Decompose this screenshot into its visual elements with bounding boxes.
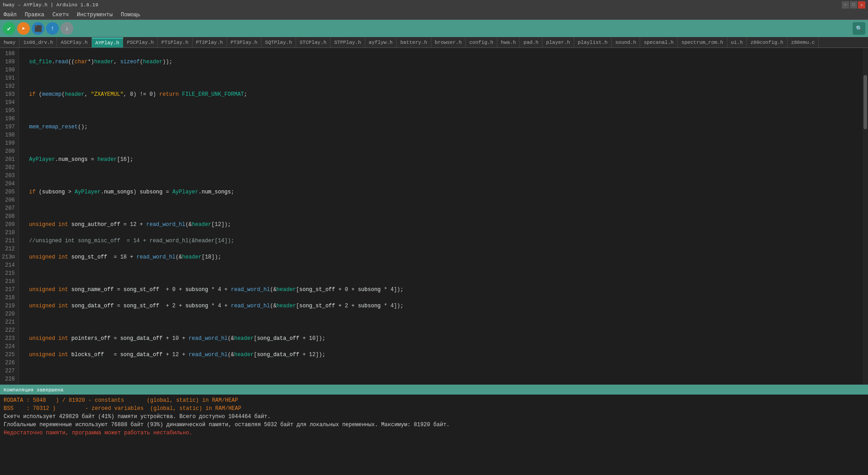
close-button[interactable]: ✕ [858,1,865,9]
toolbar-right: 🔍 [853,22,865,35]
menu-bar: Файл Правка Скетч Инструменты Помощь [0,10,868,20]
tab-ayflyw[interactable]: ayflyw.h [365,38,397,47]
tab-pt2play[interactable]: PT2Play.h [193,38,227,47]
menu-edit[interactable]: Правка [23,11,46,19]
menu-tools[interactable]: Инструменты [75,11,114,19]
code-content[interactable]: sd_file.read((char*)header, sizeof(heade… [19,48,863,385]
tab-browser[interactable]: browser.h [431,38,466,47]
tab-hway[interactable]: hway [0,38,19,47]
tab-pad[interactable]: pad.h [520,38,542,47]
verify-button[interactable]: ✔ [3,22,15,35]
tab-1s06[interactable]: 1s06_drv.h [19,38,57,47]
debug-button[interactable]: ⬛ [32,22,44,35]
tab-ascplay[interactable]: ASCPlay.h [57,38,91,47]
window-controls: — □ ✕ [842,1,865,9]
tab-sqtplay[interactable]: SQTPlay.h [261,38,296,47]
editor-scrollbar-thumb[interactable] [863,75,867,129]
line-numbers: 188 189 190 191 192 193 194 195 196 197 … [0,48,19,385]
toolbar-left: ✔ ➤ ⬛ ↑ ↓ [3,22,73,35]
compilation-status: Компиляция завершена [4,387,63,393]
tab-spectrum-rom[interactable]: spectrum_rom.h [678,38,727,47]
tab-pscplay[interactable]: PSCPlay.h [123,38,158,47]
window-title: hway - AYPlay.h | Arduino 1.8.19 [3,2,842,8]
search-button[interactable]: 🔍 [853,22,865,35]
tab-stcplay[interactable]: STCPlay.h [296,38,330,47]
tab-ayplay[interactable]: AYPlay.h [92,38,123,47]
tab-playlist[interactable]: playlist.h [574,38,612,47]
tab-sound[interactable]: sound.h [612,38,640,47]
tab-specanal[interactable]: specanal.h [640,38,678,47]
bottom-panel: Компиляция завершена RODATA : 5048 ) / 8… [0,385,868,475]
console-line-5: Недостаточно памяти, программа может раб… [4,429,864,437]
tab-config[interactable]: config.h [466,38,497,47]
tab-hwa[interactable]: hwa.h [497,38,520,47]
tab-stpplay[interactable]: STPPlay.h [330,38,365,47]
menu-help[interactable]: Помощь [119,11,142,19]
new-button[interactable]: ↑ [46,22,59,35]
tab-bar: hway 1s06_drv.h ASCPlay.h AYPlay.h PSCPl… [0,37,868,48]
tab-pt3play[interactable]: PT3Play.h [227,38,261,47]
tab-ui[interactable]: ui.h [727,38,747,47]
menu-sketch[interactable]: Скетч [51,11,71,19]
toolbar: ✔ ➤ ⬛ ↑ ↓ 🔍 [0,20,868,37]
minimize-button[interactable]: — [842,1,849,9]
console-output[interactable]: RODATA : 5048 ) / 81920 - constants (glo… [0,395,868,475]
maximize-button[interactable]: □ [850,1,857,9]
console-line-4: Глобальные переменные используют 76888 б… [4,421,864,429]
console-line-3: Скетч использует 429829 байт (41%) памят… [4,413,864,421]
tab-z80config[interactable]: z80config.h [747,38,788,47]
tab-player[interactable]: player.h [542,38,574,47]
main-layout: 188 189 190 191 192 193 194 195 196 197 … [0,48,868,475]
editor-area[interactable]: 188 189 190 191 192 193 194 195 196 197 … [0,48,868,385]
tab-z80emu[interactable]: z80emu.c [788,38,819,47]
console-line-2: BSS : 70312 ) - zeroed variables (global… [4,404,864,413]
bottom-panel-header: Компиляция завершена [0,386,868,395]
open-button[interactable]: ↓ [61,22,73,35]
tab-pt1play[interactable]: PT1Play.h [158,38,192,47]
upload-button[interactable]: ➤ [17,22,30,35]
menu-file[interactable]: Файл [2,11,19,19]
console-line-1: RODATA : 5048 ) / 81920 - constants (glo… [4,396,864,404]
title-bar: hway - AYPlay.h | Arduino 1.8.19 — □ ✕ [0,0,868,10]
tab-battery[interactable]: battery.h [396,38,431,47]
editor-scrollbar-track[interactable] [863,48,868,385]
